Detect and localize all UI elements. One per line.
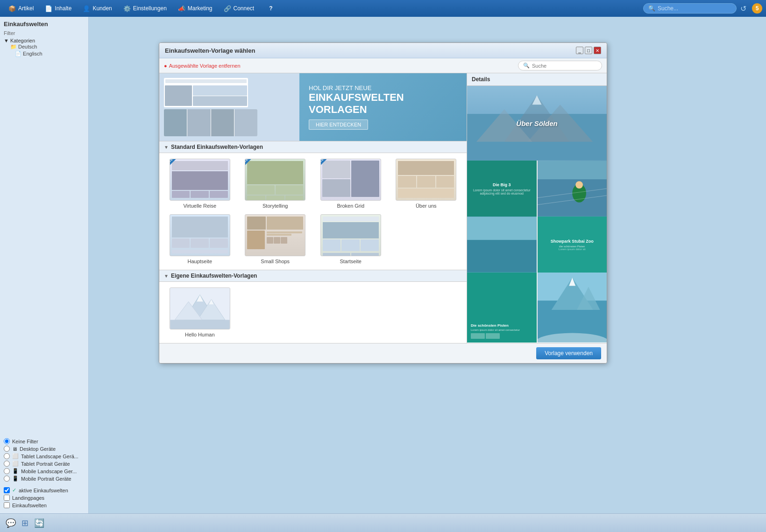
- nav-item-inhalte[interactable]: 📄 Inhalte: [40, 3, 76, 14]
- standard-section-header[interactable]: ▼ Standard Einkaufswelten-Vorlagen: [159, 141, 467, 153]
- nav-user-icon: ↺: [740, 4, 746, 13]
- own-section-header[interactable]: ▼ Eigene Einkaufswelten-Vorlagen: [159, 270, 467, 282]
- template-search-input[interactable]: [532, 63, 597, 69]
- remove-icon: ●: [164, 63, 167, 69]
- promo-line1: HOL DIR JETZT NEUE: [309, 84, 404, 91]
- svg-rect-13: [467, 86, 607, 114]
- bottom-sync-icon[interactable]: 🔄: [34, 518, 44, 528]
- preview-cell-snow-image: [467, 217, 537, 273]
- promo-text: HOL DIR JETZT NEUE EINKAUFSWELTEN VORLAG…: [309, 84, 404, 130]
- template-list: HOL DIR JETZT NEUE EINKAUFSWELTEN VORLAG…: [159, 73, 467, 343]
- preview-cell-big3: Die Big 3 Lorem ipsum dolor sit amet con…: [467, 161, 537, 217]
- template-label-broken-grid: Broken Grid: [337, 203, 364, 209]
- nav-item-einstellungen[interactable]: ⚙️ Einstellungen: [119, 3, 171, 14]
- template-label-hello-human: Hello Human: [185, 332, 215, 337]
- main-area: Einkaufswelten Filter ▼ Kategorien 📁 Deu…: [0, 17, 766, 513]
- promo-line3: VORLAGEN: [309, 104, 404, 116]
- modal-minimize-button[interactable]: _: [576, 47, 583, 54]
- nav-search-box[interactable]: 🔍 Suche...: [643, 3, 737, 14]
- template-label-small-shops: Small Shops: [261, 259, 290, 264]
- nav-item-kunden[interactable]: 👤 Kunden: [78, 3, 116, 14]
- nav-badge: 5: [752, 3, 762, 14]
- preview-cell-ski-image: [538, 161, 607, 217]
- standard-section-label: Standard Einkaufswelten-Vorlagen: [171, 144, 263, 150]
- template-thumb-small-shops: [245, 214, 305, 256]
- preview-grid-1: Die Big 3 Lorem ipsum dolor sit amet con…: [467, 161, 607, 217]
- detail-header: Details: [467, 73, 607, 86]
- bottom-bar: 💬 ⊞ 🔄: [0, 513, 766, 532]
- preview-cell-showpark: Showpark Stubai Zoo die schönsten Pisten…: [538, 217, 607, 273]
- template-item-broken-grid[interactable]: Premium Broken Grid: [316, 159, 386, 209]
- collapse-icon: ▼: [164, 145, 169, 150]
- detail-content: Über Sölden Die Big 3 Lorem ipsum dolor …: [467, 86, 607, 343]
- template-item-virtuelle[interactable]: Premium: [165, 159, 235, 209]
- kunden-icon: 👤: [83, 5, 90, 12]
- own-templates-grid: Hello Human: [159, 282, 467, 343]
- modal-close-button[interactable]: ✕: [594, 47, 601, 54]
- template-item-hauptseite[interactable]: Hauptseite: [165, 214, 235, 264]
- preview-title-text: Über Sölden: [516, 119, 557, 127]
- preview-top-image: Über Sölden: [467, 86, 607, 161]
- einstellungen-icon: ⚙️: [123, 5, 131, 12]
- template-label-startseite: Startseite: [340, 259, 362, 264]
- preview-section: Über Sölden Die Big 3 Lorem ipsum dolor …: [467, 86, 607, 343]
- svg-rect-22: [467, 217, 537, 240]
- bottom-grid-icon[interactable]: ⊞: [21, 518, 28, 528]
- template-item-uber-uns[interactable]: Über uns: [391, 159, 461, 209]
- artikel-icon: 📦: [8, 5, 16, 12]
- promo-discover-button[interactable]: HIER ENTDECKEN: [309, 119, 368, 130]
- detail-panel: Details: [467, 73, 607, 343]
- template-label-storytelling: Storytelling: [262, 203, 288, 209]
- modal-overlay: Einkaufswelten-Vorlage wählen _ □ ✕ ● Au…: [0, 17, 766, 530]
- template-thumb-hauptseite: [170, 214, 230, 256]
- template-thumb-storytelling: Premium: [245, 159, 305, 201]
- promo-line2: EINKAUFSWELTEN: [309, 91, 404, 104]
- inhalte-icon: 📄: [45, 5, 52, 12]
- vorlage-verwenden-button[interactable]: Vorlage verwenden: [536, 347, 601, 359]
- modal-footer: Vorlage verwenden: [159, 343, 607, 363]
- template-modal: Einkaufswelten-Vorlage wählen _ □ ✕ ● Au…: [159, 42, 607, 364]
- promo-banner: HOL DIR JETZT NEUE EINKAUFSWELTEN VORLAG…: [159, 73, 467, 141]
- svg-rect-21: [467, 240, 537, 272]
- template-thumb-uber-uns: [396, 159, 456, 201]
- preview-cell-mountain-tall: [538, 273, 607, 343]
- template-item-small-shops[interactable]: Small Shops: [241, 214, 311, 264]
- preview-tall-section: Die schönsten Pisten Lorem ipsum dolor s…: [467, 273, 607, 343]
- preview-cell-pisten: Die schönsten Pisten Lorem ipsum dolor s…: [467, 273, 537, 343]
- marketing-icon: 📣: [178, 5, 185, 12]
- svg-rect-4: [170, 320, 229, 329]
- nav-help-button[interactable]: ?: [264, 3, 277, 14]
- template-item-storytelling[interactable]: Premium: [241, 159, 311, 209]
- promo-mockup: [159, 73, 299, 141]
- preview-grid-2: Showpark Stubai Zoo die schönsten Pisten…: [467, 217, 607, 273]
- template-thumb-hello-human: [170, 287, 230, 329]
- template-search-box[interactable]: 🔍: [518, 61, 602, 70]
- own-collapse-icon: ▼: [164, 273, 169, 279]
- remove-vorlage-button[interactable]: ● Ausgewählte Vorlage entfernen: [164, 63, 241, 69]
- modal-header: Einkaufswelten-Vorlage wählen _ □ ✕: [159, 43, 607, 58]
- template-item-startseite[interactable]: Startseite: [316, 214, 386, 264]
- modal-body: HOL DIR JETZT NEUE EINKAUFSWELTEN VORLAG…: [159, 73, 607, 343]
- svg-point-17: [575, 181, 583, 189]
- top-navigation: 📦 Artikel 📄 Inhalte 👤 Kunden ⚙️ Einstell…: [0, 0, 766, 17]
- own-section-label: Eigene Einkaufswelten-Vorlagen: [171, 273, 257, 279]
- modal-title: Einkaufswelten-Vorlage wählen: [165, 47, 255, 54]
- bottom-chat-icon[interactable]: 💬: [6, 518, 16, 528]
- template-label-uber-uns: Über uns: [416, 203, 437, 209]
- template-thumb-broken-grid: Premium: [320, 159, 381, 201]
- modal-maximize-button[interactable]: □: [585, 47, 592, 54]
- template-thumb-virtuelle: Premium: [170, 159, 230, 201]
- connect-icon: 🔗: [224, 5, 231, 12]
- template-item-hello-human[interactable]: Hello Human: [165, 287, 235, 337]
- nav-item-connect[interactable]: 🔗 Connect: [219, 3, 259, 14]
- modal-toolbar: ● Ausgewählte Vorlage entfernen 🔍: [159, 58, 607, 73]
- svg-rect-15: [538, 179, 607, 216]
- standard-templates-grid: Premium: [159, 153, 467, 270]
- search-icon: 🔍: [648, 5, 655, 12]
- nav-item-marketing[interactable]: 📣 Marketing: [173, 3, 217, 14]
- search-icon: 🔍: [523, 63, 530, 69]
- template-label-virtuelle: Virtuelle Reise: [183, 203, 216, 209]
- nav-item-artikel[interactable]: 📦 Artikel: [4, 3, 38, 14]
- modal-controls: _ □ ✕: [576, 47, 601, 54]
- template-thumb-startseite: [320, 214, 381, 256]
